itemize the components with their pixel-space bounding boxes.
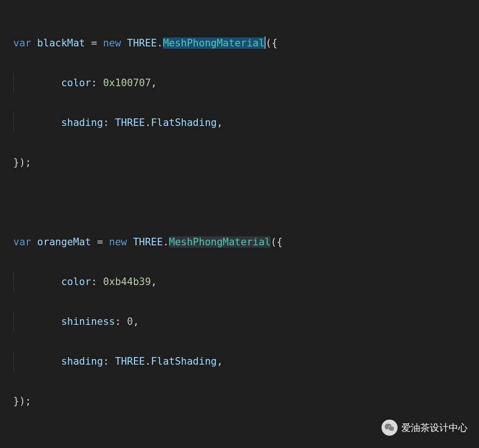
identifier: blackMat bbox=[37, 37, 85, 49]
code-line: }); bbox=[13, 152, 479, 172]
keyword-var: var bbox=[13, 37, 31, 49]
code-line: shading: THREE.FlatShading, bbox=[13, 351, 479, 371]
property: shading bbox=[61, 356, 103, 367]
number-literal: 0 bbox=[127, 316, 133, 327]
code-line: var orangeMat = new THREE.MeshPhongMater… bbox=[13, 232, 479, 252]
code-line: shininess: 0, bbox=[13, 312, 479, 332]
blank-line bbox=[13, 192, 479, 212]
code-line: shading: THREE.FlatShading, bbox=[13, 113, 479, 133]
keyword-new: new bbox=[103, 37, 121, 49]
selected-class-name: MeshPhongMaterial bbox=[163, 37, 265, 49]
code-line: }); bbox=[13, 391, 479, 411]
code-line: var blackMat = new THREE.MeshPhongMateri… bbox=[13, 33, 479, 53]
code-line: color: 0x100707, bbox=[13, 73, 479, 93]
keyword-new: new bbox=[109, 236, 127, 248]
code-editor[interactable]: var blackMat = new THREE.MeshPhongMateri… bbox=[0, 0, 479, 448]
number-literal: 0xb44b39 bbox=[103, 276, 151, 287]
wechat-icon bbox=[381, 420, 398, 436]
property: shininess bbox=[61, 316, 115, 327]
code-line: color: 0xb44b39, bbox=[13, 272, 479, 292]
watermark-text: 爱油茶设计中心 bbox=[401, 418, 468, 438]
property: color bbox=[61, 276, 91, 287]
property: color bbox=[61, 77, 91, 89]
identifier: orangeMat bbox=[37, 236, 91, 248]
match-highlight-class-name: MeshPhongMaterial bbox=[169, 236, 271, 248]
number-literal: 0x100707 bbox=[103, 77, 151, 89]
keyword-var: var bbox=[13, 236, 31, 248]
namespace: THREE bbox=[133, 236, 163, 248]
watermark: 爱油茶设计中心 bbox=[381, 418, 468, 438]
property: shading bbox=[61, 117, 103, 128]
namespace: THREE bbox=[127, 37, 157, 49]
